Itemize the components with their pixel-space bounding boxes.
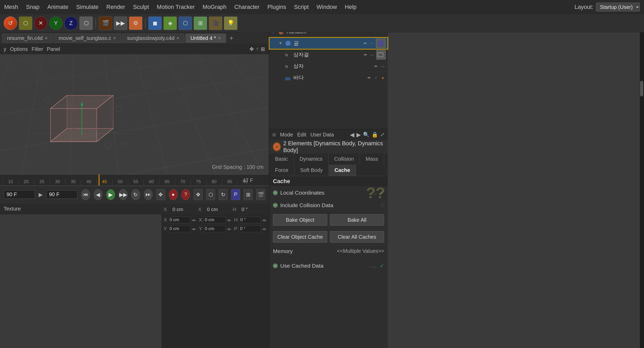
tool-rotate[interactable]: ↺ <box>4 16 17 30</box>
flag-dash-box[interactable]: — <box>380 63 386 69</box>
use-cached-check[interactable]: ✓ <box>380 263 384 269</box>
viewport[interactable]: Grid Spacing : 100 cm <box>0 54 269 174</box>
tab-close-untitled[interactable]: ✕ <box>218 36 221 41</box>
coord-input-x1[interactable] <box>168 217 190 223</box>
transport-record[interactable]: ✥ <box>156 189 165 200</box>
menu-animate[interactable]: Animate <box>47 4 68 10</box>
view-move-icon[interactable]: ✥ <box>249 46 254 52</box>
attr-tab-softbody[interactable]: Soft Body <box>294 165 329 176</box>
coord-input-h[interactable] <box>239 217 261 223</box>
menu-simulate[interactable]: Simulate <box>76 4 99 10</box>
tab-sunglass[interactable]: sunglasslowpoly.c4d ✕ <box>122 34 184 43</box>
transport-grid[interactable]: ⊞ <box>244 189 253 200</box>
main-scrollbar[interactable] <box>640 14 644 348</box>
transport-p[interactable]: P <box>231 189 240 200</box>
transport-move[interactable]: ✥ <box>194 189 202 200</box>
menu-mesh[interactable]: Mesh <box>4 4 18 10</box>
transport-prev-frame[interactable]: ◀ <box>94 189 103 200</box>
menu-motion-tracker[interactable]: Motion Tracker <box>157 4 195 10</box>
menu-render[interactable]: Render <box>106 4 125 10</box>
tool-spline[interactable]: ◈ <box>163 16 177 30</box>
transport-box[interactable]: ⬡ <box>206 189 215 200</box>
attr-tab-basic[interactable]: Basic <box>269 153 294 165</box>
menu-mograph[interactable]: MoGraph <box>202 4 226 10</box>
attr-expand-icon[interactable]: ⤢ <box>380 131 385 138</box>
menu-script[interactable]: Script <box>294 4 309 10</box>
collision-check[interactable]: □ <box>381 202 384 208</box>
frame-input-1[interactable] <box>4 190 35 199</box>
tab-close-movie[interactable]: ✕ <box>113 36 116 41</box>
bake-object-button[interactable]: Bake Object <box>273 214 327 226</box>
transport-goto-end[interactable]: ⏭ <box>144 189 153 200</box>
view-settings-icon[interactable]: ⊞ <box>261 46 265 52</box>
tab-movie[interactable]: movie_self_sunglass.c ✕ <box>54 34 121 43</box>
attr-search-icon[interactable]: 🔍 <box>363 131 369 138</box>
tab-close-resume[interactable]: ✕ <box>44 36 48 41</box>
timeline-ruler[interactable]: 15 20 25 30 35 40 45 50 55 60 65 70 75 8… <box>0 174 269 186</box>
tab-close-sunglass[interactable]: ✕ <box>176 36 180 41</box>
attr-tab-collision[interactable]: Collision <box>329 153 360 165</box>
coord-input-y2[interactable] <box>203 225 226 232</box>
use-cached-radio[interactable] <box>273 263 278 268</box>
attr-back-icon[interactable]: ◀ <box>350 131 354 138</box>
flag-edit-ocean[interactable]: ✏ <box>366 75 372 81</box>
attr-menu-userdata[interactable]: User Data <box>311 132 334 138</box>
attr-tab-cache[interactable]: Cache <box>329 165 356 176</box>
local-coord-radio[interactable] <box>273 190 278 195</box>
menu-sculpt[interactable]: Sculpt <box>133 4 149 10</box>
flag-check-ocean[interactable]: ✓ <box>373 75 379 81</box>
transport-film[interactable]: 🎬 <box>256 189 265 200</box>
view-opt-y[interactable]: y <box>4 46 6 52</box>
transport-record-red[interactable]: ● <box>169 189 178 200</box>
tool-3d[interactable]: ⬡ <box>79 16 93 30</box>
obj-row-ocean[interactable]: ▼ 바다 ✏ ✓ ● <box>269 72 388 83</box>
transport-loop[interactable]: ↻ <box>131 189 140 200</box>
menu-snap[interactable]: Snap <box>26 4 39 10</box>
view-up-icon[interactable]: ↑ <box>256 46 259 52</box>
menu-help[interactable]: Help <box>345 4 356 10</box>
clear-all-caches-button[interactable]: Clear All Caches <box>330 231 384 243</box>
tool-record[interactable]: 🎬 <box>99 16 112 30</box>
tool-deform[interactable]: ⊞ <box>194 16 207 30</box>
coord-input-y1[interactable] <box>168 225 190 232</box>
attr-forward-icon[interactable]: ▶ <box>356 131 361 138</box>
tab-untitled4[interactable]: Untitled 4 * ✕ <box>186 34 226 43</box>
transport-cycle[interactable]: ↻ <box>219 189 228 200</box>
local-coord-check[interactable]: ✓ <box>380 190 384 196</box>
flag-edit-box2[interactable]: ✏ <box>363 52 368 58</box>
attr-tab-mass[interactable]: Mass <box>360 153 384 165</box>
coord-input-x2[interactable] <box>203 217 226 223</box>
tool-play2[interactable]: ▶▶ <box>114 16 127 30</box>
attr-menu-mode[interactable]: Mode <box>280 132 293 138</box>
attr-lock-icon[interactable]: 🔒 <box>372 131 378 138</box>
transport-goto-start[interactable]: ⏮ <box>81 189 90 200</box>
tool-y[interactable]: Y <box>49 16 63 30</box>
menu-character[interactable]: Character <box>234 4 260 10</box>
view-opt-panel[interactable]: Panel <box>47 46 60 52</box>
tool-volume[interactable]: ⬡ <box>178 16 192 30</box>
tool-z[interactable]: Z <box>64 16 78 30</box>
transport-play[interactable]: ▶ <box>106 189 115 200</box>
tab-resume[interactable]: resume_fin.c4d ✕ <box>2 34 53 43</box>
tab-add-button[interactable]: + <box>227 34 236 42</box>
frame-input-2[interactable] <box>46 190 77 199</box>
obj-row-box[interactable]: ▼ N 상자 ✏ — <box>269 61 388 72</box>
transport-next-frame[interactable]: ▶▶ <box>119 189 128 200</box>
transport-key[interactable]: ? <box>181 189 190 200</box>
tool-camera[interactable]: 🎥 <box>209 16 222 30</box>
bake-all-button[interactable]: Bake All <box>330 214 384 226</box>
tool-x[interactable]: ✕ <box>34 16 47 30</box>
attr-tab-dynamics[interactable]: Dynamics <box>294 153 329 165</box>
obj-row-box2[interactable]: ▼ N 상자걸 ✏ — <box>269 49 388 61</box>
coord-input-p[interactable] <box>238 225 261 232</box>
attr-tab-force[interactable]: Force <box>269 165 294 176</box>
view-opt-options[interactable]: Options <box>10 46 28 52</box>
obj-row-ball[interactable]: ▼ 공 ✏ ✓ <box>269 38 388 49</box>
tool-settings[interactable]: ⚙ <box>129 16 142 30</box>
layout-dropdown[interactable]: Startup (User) <box>596 3 640 11</box>
collision-radio[interactable] <box>273 203 278 208</box>
tool-poly[interactable]: ◼ <box>148 16 162 30</box>
flag-edit-box[interactable]: ✏ <box>373 63 379 69</box>
obj-expand-ball[interactable]: ▼ <box>278 41 283 46</box>
clear-object-cache-button[interactable]: Clear Object Cache <box>273 231 327 243</box>
